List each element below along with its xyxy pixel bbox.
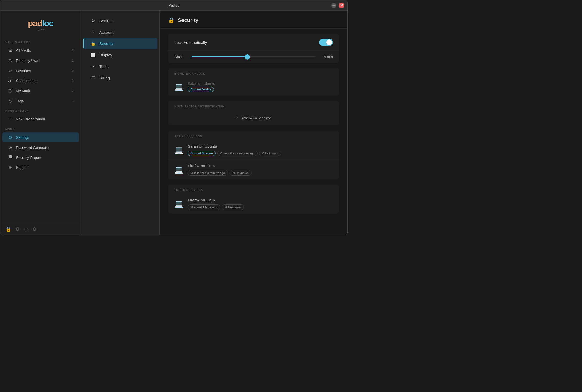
session-badges-2: ⊙ less than a minute ago ⊙ Unknown — [188, 169, 333, 176]
minimize-button[interactable]: — — [331, 3, 336, 8]
more-section-label: MORE — [0, 124, 81, 132]
attachments-icon: 🖇 — [8, 78, 13, 83]
logo-area: padloc v4.0.0 — [0, 16, 81, 37]
clock-icon-3: ⊙ — [191, 205, 193, 209]
current-device-badge: Current Device — [188, 87, 214, 92]
account-nav-icon: ☺ — [90, 30, 96, 34]
mfa-card: MULTI-FACTOR AUTHENTICATION + Add MFA Me… — [168, 101, 339, 125]
biometric-section-label: BIOMETRIC UNLOCK — [168, 68, 339, 78]
session-info: Safari on Ubuntu Current Session ⊙ less … — [188, 144, 333, 156]
favorites-icon: ☆ — [8, 68, 13, 73]
lock-auto-toggle[interactable] — [319, 39, 333, 46]
app-logo: padloc — [0, 19, 81, 28]
clock-icon: ⊙ — [220, 152, 222, 155]
slider-thumb[interactable] — [245, 54, 250, 60]
session-device-name-2: Firefox on Linux — [188, 164, 333, 168]
settings-nav-billing[interactable]: ☰ Billing — [83, 72, 157, 84]
trusted-devices-label: TRUSTED DEVICES — [168, 185, 339, 194]
trusted-time-badge: ⊙ about 1 hour ago — [188, 204, 220, 210]
footer-settings-icon[interactable]: ⚙ — [32, 226, 37, 232]
session-location-badge-2: ⊙ Unknown — [230, 170, 252, 176]
favorites-count: 0 — [72, 69, 74, 73]
trusted-devices-card: TRUSTED DEVICES 💻 Firefox on Linux ⊙ abo… — [168, 185, 339, 214]
sidebar-item-tags[interactable]: ◇ Tags › — [2, 96, 79, 106]
sidebar-item-security-report[interactable]: ⛊ Security Report — [2, 153, 79, 162]
sidebar: padloc v4.0.0 VAULTS & ITEMS ⊞ All Vault… — [0, 11, 81, 235]
sidebar-item-label: Recently Used — [16, 59, 69, 63]
settings-nav-tools[interactable]: ✂ Tools — [83, 61, 157, 72]
sidebar-item-label: Tags — [16, 99, 70, 103]
password-gen-icon: ◈ — [8, 145, 13, 150]
location-icon: ⊙ — [262, 152, 264, 155]
trusted-laptop-icon: 💻 — [174, 200, 184, 208]
add-mfa-label: Add MFA Method — [241, 116, 271, 120]
session-row-firefox: 💻 Firefox on Linux ⊙ less than a minute … — [168, 160, 339, 179]
titlebar-title: Padloc — [169, 3, 179, 7]
current-session-badge: Current Session — [188, 151, 216, 156]
session-laptop-icon: 💻 — [174, 146, 184, 154]
all-vaults-count: 2 — [72, 49, 74, 52]
titlebar: Padloc — ✕ — [0, 0, 347, 11]
settings-nav-display[interactable]: ⬜ Display — [83, 49, 157, 61]
sidebar-item-support[interactable]: ☺ Support — [2, 163, 79, 172]
session-badges: Current Session ⊙ less than a minute ago… — [188, 149, 333, 156]
sidebar-item-label: Security Report — [16, 155, 74, 160]
sidebar-item-password-generator[interactable]: ◈ Password Generator — [2, 143, 79, 152]
settings-nav-label: Settings — [99, 19, 113, 23]
settings-icon: ⚙ — [8, 135, 13, 140]
sidebar-item-label: My Vault — [16, 89, 69, 93]
footer-lock-icon[interactable]: 🔒 — [5, 226, 11, 232]
tags-icon: ◇ — [8, 99, 13, 103]
new-org-icon: + — [8, 117, 13, 122]
vaults-section-label: VAULTS & ITEMS — [0, 37, 81, 45]
attachments-count: 0 — [72, 79, 74, 83]
footer-sync-icon[interactable]: ◌ — [24, 226, 28, 232]
add-mfa-button[interactable]: + Add MFA Method — [168, 111, 339, 125]
main-content: 🔒 Security Lock Automatically After — [160, 11, 347, 235]
my-vault-icon: ⬡ — [8, 88, 13, 93]
display-nav-icon: ⬜ — [90, 53, 96, 57]
sidebar-item-label: All Vaults — [16, 48, 69, 53]
clock-icon-2: ⊙ — [191, 171, 193, 175]
security-nav-label: Security — [99, 41, 113, 46]
settings-nav-settings[interactable]: ⚙ Settings — [83, 15, 157, 26]
trusted-location-badge: ⊙ Unknown — [222, 204, 244, 210]
location-icon-3: ⊙ — [225, 205, 227, 209]
device-info: Safari on Ubuntu Current Device — [188, 82, 333, 92]
lock-auto-row: Lock Automatically — [168, 34, 339, 51]
my-vault-count: 2 — [72, 89, 74, 93]
biometric-device-row: 💻 Safari on Ubuntu Current Device — [168, 78, 339, 96]
sidebar-item-new-org[interactable]: + New Organization — [2, 114, 79, 124]
add-mfa-plus-icon: + — [236, 115, 239, 121]
account-nav-label: Account — [99, 30, 113, 34]
after-label: After — [174, 55, 187, 59]
close-button[interactable]: ✕ — [339, 3, 344, 8]
session-time-badge-2: ⊙ less than a minute ago — [188, 170, 228, 176]
all-vaults-icon: ⊞ — [8, 48, 13, 53]
sidebar-item-favorites[interactable]: ☆ Favorites 0 — [2, 66, 79, 76]
sidebar-footer: 🔒 ⚙ ◌ ⚙ — [0, 223, 81, 235]
footer-gear-icon[interactable]: ⚙ — [15, 226, 20, 232]
sidebar-item-recently-used[interactable]: ◷ Recently Used 1 — [2, 56, 79, 65]
orgs-section-label: ORGS & TEAMS — [0, 106, 81, 114]
slider-track[interactable] — [192, 56, 316, 57]
active-sessions-label: ACTIVE SESSIONS — [168, 131, 339, 140]
security-nav-icon: 🔒 — [90, 41, 96, 46]
content-body: Lock Automatically After 5 min BIOMETRIC — [160, 34, 347, 222]
settings-nav-security[interactable]: 🔒 Security — [83, 38, 157, 49]
settings-nav-account[interactable]: ☺ Account — [83, 27, 157, 38]
billing-nav-icon: ☰ — [90, 76, 96, 80]
mfa-section-label: MULTI-FACTOR AUTHENTICATION — [168, 101, 339, 111]
toggle-knob — [326, 39, 332, 45]
trusted-device-row: 💻 Firefox on Linux ⊙ about 1 hour ago ⊙ … — [168, 194, 339, 214]
active-sessions-card: ACTIVE SESSIONS 💻 Safari on Ubuntu Curre… — [168, 131, 339, 179]
app-body: padloc v4.0.0 VAULTS & ITEMS ⊞ All Vault… — [0, 11, 347, 235]
sidebar-item-attachments[interactable]: 🖇 Attachments 0 — [2, 76, 79, 85]
recently-used-count: 1 — [72, 59, 74, 62]
sidebar-item-my-vault[interactable]: ⬡ My Vault 2 — [2, 86, 79, 96]
settings-nav-icon: ⚙ — [90, 18, 96, 23]
sidebar-item-settings[interactable]: ⚙ Settings — [2, 132, 79, 142]
session-info-2: Firefox on Linux ⊙ less than a minute ag… — [188, 164, 333, 176]
trusted-device-info: Firefox on Linux ⊙ about 1 hour ago ⊙ Un… — [188, 198, 333, 210]
sidebar-item-all-vaults[interactable]: ⊞ All Vaults 2 — [2, 45, 79, 55]
